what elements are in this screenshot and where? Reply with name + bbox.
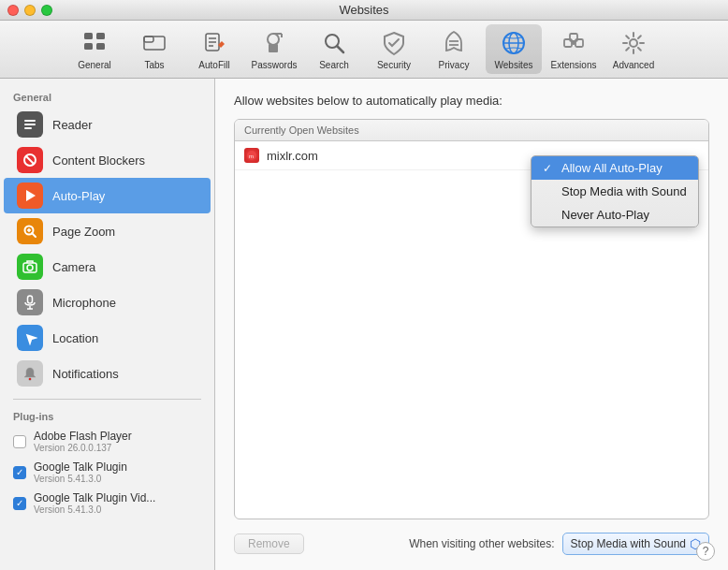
location-icon: [17, 325, 43, 351]
content-blockers-label: Content Blockers: [52, 153, 145, 168]
gtalk-vid-version: Version 5.41.3.0: [34, 504, 155, 515]
svg-rect-39: [28, 296, 33, 303]
toolbar-item-passwords[interactable]: Passwords: [246, 24, 302, 74]
visiting-value: Stop Media with Sound: [571, 537, 686, 550]
svg-point-10: [268, 34, 279, 45]
svg-point-44: [29, 378, 31, 380]
autofill-label: AutoFill: [198, 60, 229, 70]
gtalk-vid-checkbox[interactable]: ✓: [13, 497, 26, 510]
svg-text:m: m: [249, 153, 254, 159]
svg-point-38: [27, 265, 33, 270]
sidebar-item-notifications[interactable]: Notifications: [4, 356, 211, 391]
panel-header: Currently Open Websites: [235, 120, 708, 141]
security-icon: [379, 28, 409, 58]
privacy-icon: [439, 28, 469, 58]
privacy-label: Privacy: [439, 60, 470, 70]
autoplay-dropdown-menu: ✓ Allow All Auto-Play Stop Media with So…: [531, 155, 699, 227]
sidebar-item-camera[interactable]: Camera: [4, 249, 211, 285]
window-title: Websites: [339, 3, 388, 17]
site-name: mixlr.com: [267, 149, 318, 163]
content-area: Allow websites below to automatically pl…: [215, 79, 728, 570]
minimize-button[interactable]: [24, 5, 36, 16]
search-icon: [319, 28, 349, 58]
sidebar-item-location[interactable]: Location: [4, 320, 211, 356]
svg-line-31: [26, 156, 34, 164]
general-section-label: General: [0, 88, 214, 107]
svg-rect-11: [269, 44, 278, 52]
sidebar: General Reader Content Blockers: [0, 79, 215, 570]
sidebar-item-page-zoom[interactable]: Page Zoom: [4, 213, 211, 249]
auto-play-label: Auto-Play: [52, 189, 105, 203]
security-label: Security: [377, 60, 411, 70]
svg-rect-3: [96, 43, 105, 50]
advanced-icon: [619, 28, 648, 58]
dropdown-option-stop-media[interactable]: Stop Media with Sound: [531, 180, 698, 203]
gtalk-checkbox[interactable]: ✓: [13, 466, 26, 479]
advanced-label: Advanced: [613, 60, 654, 70]
title-bar: Websites: [0, 0, 728, 21]
sidebar-item-content-blockers[interactable]: Content Blockers: [4, 142, 211, 178]
toolbar-item-general[interactable]: General: [66, 24, 123, 74]
check-icon: ✓: [543, 162, 556, 175]
svg-rect-4: [144, 37, 153, 42]
plugin-item-flash[interactable]: Adobe Flash Player Version 26.0.0.137: [0, 426, 214, 457]
svg-point-26: [630, 39, 637, 47]
sidebar-item-microphone[interactable]: Microphone: [4, 285, 211, 320]
visiting-select[interactable]: Stop Media with Sound ⬡: [562, 533, 709, 555]
toolbar-item-autofill[interactable]: AutoFill: [186, 24, 242, 74]
svg-line-15: [337, 46, 343, 52]
reader-label: Reader: [52, 118, 93, 132]
svg-rect-0: [84, 33, 93, 39]
close-button[interactable]: [7, 5, 19, 16]
gtalk-info: Google Talk Plugin Version 5.41.3.0: [34, 460, 127, 484]
option-never-label: Never Auto-Play: [561, 208, 649, 222]
toolbar-item-extensions[interactable]: Extensions: [546, 24, 602, 74]
content-blockers-icon: [17, 147, 43, 173]
main-content: General Reader Content Blockers: [0, 79, 728, 570]
option-allow-all-label: Allow All Auto-Play: [561, 161, 662, 175]
toolbar-item-advanced[interactable]: Advanced: [605, 24, 662, 74]
flash-info: Adobe Flash Player Version 26.0.0.137: [34, 430, 132, 453]
svg-rect-29: [24, 127, 32, 129]
toolbar-item-websites[interactable]: Websites: [486, 24, 542, 74]
site-row-left: m mixlr.com: [244, 148, 318, 163]
passwords-label: Passwords: [252, 60, 298, 70]
websites-icon: [499, 28, 529, 58]
svg-rect-5: [144, 37, 165, 50]
camera-label: Camera: [52, 260, 95, 274]
sidebar-item-reader[interactable]: Reader: [4, 107, 211, 142]
plugin-item-gtalk[interactable]: ✓ Google Talk Plugin Version 5.41.3.0: [0, 457, 214, 488]
tabs-icon: [139, 28, 169, 58]
reader-icon: [17, 111, 43, 138]
toolbar-item-security[interactable]: Security: [366, 24, 422, 74]
flash-version: Version 26.0.0.137: [34, 443, 132, 453]
websites-label: Websites: [495, 60, 533, 70]
toolbar-item-tabs[interactable]: Tabs: [126, 24, 182, 74]
plugins-section-label: Plug-ins: [0, 407, 214, 426]
help-button[interactable]: ?: [696, 542, 715, 561]
autofill-icon: [199, 28, 229, 58]
content-title: Allow websites below to automatically pl…: [234, 94, 709, 108]
plugin-item-gtalk-vid[interactable]: ✓ Google Talk Plugin Vid... Version 5.41…: [0, 488, 214, 519]
toolbar-item-search[interactable]: Search: [306, 24, 362, 74]
flash-name: Adobe Flash Player: [34, 430, 132, 443]
toolbar-item-privacy[interactable]: Privacy: [426, 24, 482, 74]
microphone-label: Microphone: [52, 296, 116, 310]
sidebar-separator: [13, 399, 201, 400]
maximize-button[interactable]: [41, 5, 52, 16]
option-stop-media-label: Stop Media with Sound: [561, 184, 687, 198]
location-label: Location: [52, 331, 98, 345]
site-favicon: m: [244, 148, 259, 163]
remove-button[interactable]: Remove: [234, 533, 304, 554]
gtalk-vid-info: Google Talk Plugin Vid... Version 5.41.3…: [34, 491, 155, 515]
general-label: General: [78, 60, 111, 70]
bottom-right: When visiting other websites: Stop Media…: [409, 533, 709, 555]
sidebar-item-auto-play[interactable]: Auto-Play: [4, 178, 211, 213]
dropdown-option-never[interactable]: Never Auto-Play: [531, 203, 698, 227]
flash-checkbox[interactable]: [13, 435, 26, 448]
dropdown-option-allow-all[interactable]: ✓ Allow All Auto-Play: [531, 156, 698, 180]
search-label: Search: [319, 60, 349, 70]
extensions-icon: [559, 28, 589, 58]
page-zoom-icon: [17, 218, 43, 244]
svg-rect-27: [24, 120, 36, 122]
